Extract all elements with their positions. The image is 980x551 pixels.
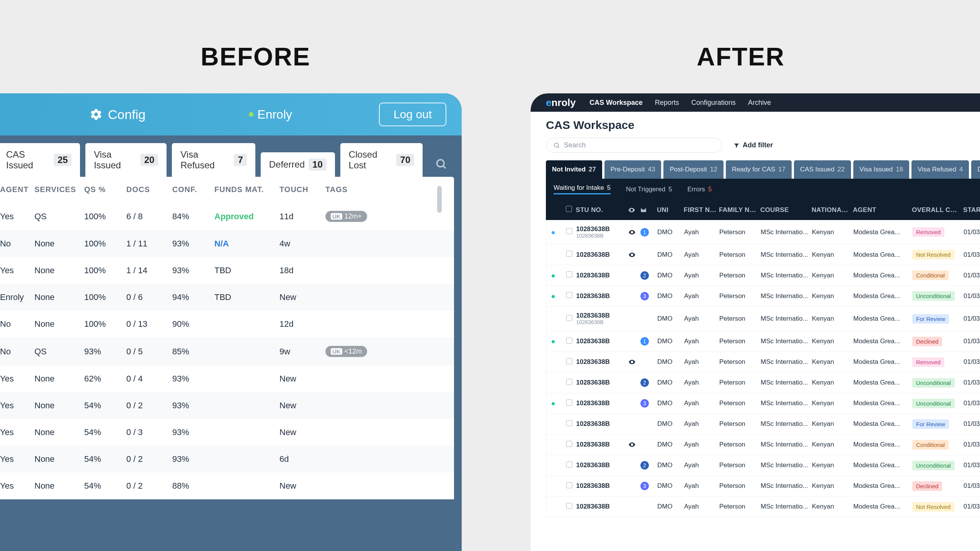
table-row[interactable]: 10283638B1DMOAyahPetersonMSc Internatio.… [546,331,980,352]
row-checkbox[interactable] [566,228,572,234]
search-button[interactable] [428,151,454,177]
before-tab[interactable]: Deferred10 [261,152,335,177]
cell: None [32,481,82,491]
table-row[interactable]: 10283638B2DMOAyahPetersonMSc Internatio.… [546,455,980,476]
column-header[interactable] [628,206,639,214]
first-name: Ayah [684,292,718,300]
nav-item[interactable]: CAS Workspace [590,99,643,106]
column-header[interactable] [640,207,655,214]
count-badge: 1 [640,337,649,346]
before-table-body: YesQS100%6 / 884%Approved11dUK12m+NoNone… [0,202,454,499]
condition-pill: Unconditional [912,378,955,388]
column-header[interactable] [566,206,574,214]
row-checkbox[interactable] [566,379,572,385]
table-row[interactable]: 10283638BDMOAyahPetersonMSc Internatio..… [546,435,980,455]
table-row[interactable]: YesNone54%0 / 293%6d [0,446,454,473]
table-row[interactable]: YesNone62%0 / 493%New [0,365,454,392]
table-row[interactable]: 10283638B3DMOAyahPetersonMSc Internatio.… [546,476,980,497]
table-row[interactable]: 10283638B2DMOAyahPetersonMSc Internatio.… [546,373,980,393]
scrollbar-thumb[interactable] [437,186,442,213]
nav-item[interactable]: Reports [655,99,679,106]
row-checkbox[interactable] [566,315,572,321]
table-row[interactable]: 10283638BDMOAyahPetersonMSc Internatio..… [546,352,980,373]
cell: UK<12m [323,346,392,357]
column-header[interactable]: TAGS [323,185,392,194]
status-subtab[interactable]: Not Triggered5 [626,184,672,194]
before-tab[interactable]: Closed Lost70 [340,143,423,177]
cell: 54% [82,454,124,464]
table-row[interactable]: 10283638BDMOAyahPetersonMSc Internatio..… [546,245,980,265]
status-tab[interactable]: Post-Deposit12 [663,160,723,179]
column-header[interactable]: FIRST NAME [684,206,717,214]
view-icon[interactable] [628,251,639,259]
row-checkbox[interactable] [566,420,572,426]
column-header[interactable]: OVERALL CONDITION [912,206,962,214]
table-row[interactable]: NoQS93%0 / 585%9wUK<12m [0,337,454,365]
status-tab[interactable]: CAS Issued22 [794,160,851,179]
nav-item[interactable]: Archive [748,99,771,106]
table-row[interactable]: 10283638B3DMOAyahPetersonMSc Internatio.… [546,393,980,414]
config-link[interactable]: Config [90,107,145,122]
row-checkbox[interactable] [566,441,572,447]
column-header[interactable]: STU NO. [576,206,626,214]
table-row[interactable]: 10283638B3DMOAyahPetersonMSc Internatio.… [546,286,980,306]
table-row[interactable]: YesNone54%0 / 293%New [0,392,454,419]
row-checkbox[interactable] [566,337,572,344]
view-icon[interactable] [628,228,639,236]
table-row[interactable]: NoNone100%1 / 1193%N/A4w [0,230,454,257]
search-input[interactable]: Search [546,138,722,153]
table-row[interactable]: 10283638B10283638B1DMOAyahPetersonMSc In… [546,220,980,245]
column-header[interactable]: CONF. [170,185,212,194]
select-all-checkbox[interactable] [566,206,572,212]
table-row[interactable]: 10283638B10283638BDMOAyahPetersonMSc Int… [546,306,980,331]
before-tab[interactable]: CAS Issued25 [0,143,80,177]
table-row[interactable]: 10283638B2DMOAyahPetersonMSc Internatio.… [546,265,980,286]
column-header[interactable]: FAMILY NAME [719,206,759,214]
column-header[interactable]: SERVICES [32,185,82,194]
table-row[interactable]: YesQS100%6 / 884%Approved11dUK12m+ [0,202,454,230]
before-tab[interactable]: Visa Refused7 [172,143,255,177]
svg-point-0 [437,160,444,167]
row-checkbox[interactable] [566,503,572,509]
column-header[interactable]: DOCS [124,185,170,194]
nav-item[interactable]: Configurations [691,99,736,106]
row-checkbox[interactable] [566,399,572,406]
status-subtab[interactable]: Errors5 [688,184,712,194]
table-row[interactable]: 10283638BDMOAyahPetersonMSc Internatio..… [546,497,980,517]
add-filter-button[interactable]: Add filter [733,141,773,149]
row-checkbox[interactable] [566,461,572,468]
column-header[interactable]: FUNDS MAT. [212,185,277,194]
status-tab[interactable]: Deferred23 [971,160,980,179]
row-checkbox[interactable] [566,271,572,277]
condition-pill: Unconditional [912,461,955,470]
before-tab[interactable]: Visa Issued20 [85,143,167,177]
column-header[interactable]: UNI [657,206,682,214]
view-icon[interactable] [628,441,639,448]
table-row[interactable]: 10283638BDMOAyahPetersonMSc Internatio..… [546,414,980,435]
status-tab[interactable]: Not Invited27 [546,160,602,179]
table-row[interactable]: NoNone100%0 / 1390%12d [0,311,454,337]
table-row[interactable]: EnrolyNone100%0 / 694%TBDNew [0,284,454,311]
column-header[interactable]: NATIONALITY [812,206,851,214]
logout-button[interactable]: Log out [379,103,446,126]
table-row[interactable]: YesNone100%1 / 1493%TBD18d [0,257,454,284]
column-header[interactable]: AGENT [853,206,910,214]
status-tab[interactable]: Visa Refused4 [911,160,969,179]
status-tab[interactable]: Ready for CAS17 [726,160,792,179]
column-header[interactable]: COURSE [760,206,810,214]
column-header[interactable]: START DATE [963,206,980,214]
view-icon[interactable] [628,358,639,366]
row-checkbox[interactable] [566,482,572,488]
column-header[interactable]: QS % [82,185,124,194]
status-subtab[interactable]: Waiting for Intake5 [554,184,611,194]
row-checkbox[interactable] [566,358,572,364]
column-header[interactable]: TOUCH [277,185,323,194]
status-tab[interactable]: Pre-Deposit43 [604,160,662,179]
table-row[interactable]: YesNone54%0 / 288%New [0,473,454,499]
row-checkbox[interactable] [566,292,572,298]
table-row[interactable]: YesNone54%0 / 393%New [0,419,454,446]
row-checkbox[interactable] [566,251,572,257]
count-badge: 3 [640,482,649,490]
status-tab[interactable]: Visa Issued18 [853,160,910,179]
column-header[interactable]: AGENT [0,185,32,194]
